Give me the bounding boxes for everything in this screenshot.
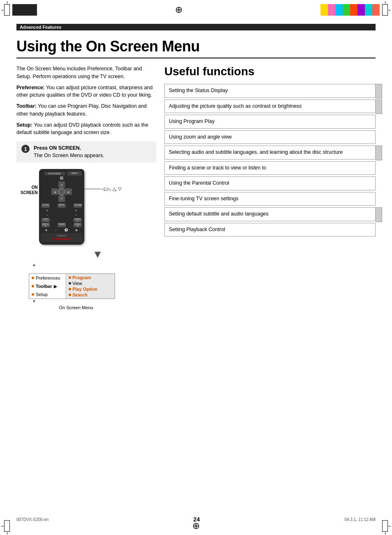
menu-row-preferences: Preferences Program View — [29, 274, 115, 282]
menu-label-setup: Setup — [36, 292, 48, 297]
down-arrow: ▼ — [39, 248, 156, 261]
color-calibration-bars — [321, 4, 380, 16]
btn-music[interactable]: ♪ — [55, 228, 56, 232]
menu-item-preferences[interactable]: Preferences — [32, 275, 63, 281]
menu-left-toolbar: Toolbar ▶ — [29, 282, 66, 290]
menu-item-toolbar[interactable]: Toolbar ▶ — [32, 283, 63, 290]
vol-minus-left[interactable]: − — [46, 213, 48, 217]
source-buttons: ■ ♪ ⚽ ▶ — [42, 228, 82, 232]
menu-diagram-wrapper: ▲ Preferences — [29, 262, 123, 310]
menu-button[interactable]: MENU — [67, 171, 82, 176]
side-tab-8 — [376, 207, 382, 222]
spacer — [58, 208, 66, 213]
menu-left-setup: Setup — [29, 290, 66, 299]
scroll-down-indicator: ▼ — [29, 299, 123, 303]
function-item-playback-control[interactable]: Setting Playback Control — [164, 223, 376, 237]
scroll-up-indicator: ▲ — [29, 262, 123, 267]
setup-para: Setup: You can adjust DVD playback contr… — [16, 121, 156, 137]
page-content: Advanced Features Using the On Screen Me… — [0, 20, 392, 327]
function-item-zoom-angle[interactable]: Using zoom and angle view — [164, 130, 376, 144]
bullet-preferences — [32, 277, 34, 279]
menu-right-col: Program View Play Option — [66, 274, 115, 299]
function-item-wrapper-2: Using Program Play — [164, 115, 376, 130]
btn-video1[interactable]: VIDEO 1 — [74, 218, 82, 222]
function-text-9: Setting Playback Control — [169, 227, 225, 232]
function-item-tv-settings[interactable]: Fine-tuning TV screen settings — [164, 192, 376, 206]
spacer2 — [58, 213, 66, 217]
side-tab-0 — [376, 84, 382, 99]
function-item-wrapper-9: Setting Playback Control — [164, 223, 376, 238]
btn-tv-vol[interactable]: TV VOL — [42, 204, 50, 208]
toolbar-para: Toolbar: You can use Program Play, Disc … — [16, 102, 156, 118]
function-text-8: Setting default subtitle and audio langu… — [169, 211, 269, 217]
bullet-view — [69, 282, 71, 285]
indicator-dot — [60, 176, 63, 180]
sub-item-program[interactable]: Program — [69, 275, 112, 280]
section-banner: Advanced Features — [16, 24, 376, 30]
btn-game[interactable]: ▶ — [76, 228, 78, 232]
main-layout: The On Screen Menu includes Preference, … — [16, 65, 376, 310]
function-text-4: Selecting audio and subtitle languages, … — [169, 149, 343, 155]
step-text: Press ON SCREEN. The On Screen Menu appe… — [34, 145, 104, 159]
vol-buttons: + + — [42, 208, 82, 213]
sub-item-playoption[interactable]: Play Option — [69, 286, 112, 292]
menu-table: Preferences Program View — [29, 274, 115, 299]
arrow-line — [84, 189, 101, 189]
function-text-2: Using Program Play — [169, 118, 214, 124]
btn-row-2: VCR VIDEO 1 — [42, 218, 82, 222]
top-marks: ⊕ — [0, 0, 392, 20]
function-item-program-play[interactable]: Using Program Play — [164, 115, 376, 129]
menu-label-preferences: Preferences — [36, 276, 60, 280]
bullet-playoption — [69, 288, 71, 290]
sub-label-playoption: Play Option — [72, 287, 97, 292]
menu-item-setup[interactable]: Setup — [32, 291, 63, 298]
sub-label-view: View — [72, 281, 82, 286]
function-text-6: Using the Parental Control — [169, 180, 229, 186]
function-item-default-subtitle[interactable]: Setting default subtitle and audio langu… — [164, 207, 376, 221]
step-instruction: Press ON SCREEN. — [34, 145, 81, 151]
btn-movie[interactable]: ■ — [45, 228, 47, 232]
menu-caption: On Screen Menu — [29, 305, 123, 310]
btn-sports[interactable]: ⚽ — [64, 228, 68, 232]
function-item-find-scene[interactable]: Finding a scene or track to view or list… — [164, 161, 376, 175]
step-box: 1 Press ON SCREEN. The On Screen Menu ap… — [16, 141, 156, 162]
intro-text: The On Screen Menu includes Preference, … — [16, 65, 156, 137]
bullet-search — [69, 294, 71, 296]
menu-label-toolbar: Toolbar — [36, 284, 52, 289]
right-column: Useful functions Setting the Status Disp… — [164, 65, 376, 310]
vol-plus-left[interactable]: + — [46, 208, 48, 213]
vol-minus-right[interactable]: − — [75, 213, 77, 217]
function-item-picture-quality[interactable]: Adjusting the picture quality such as co… — [164, 100, 376, 113]
toolbar-arrow: ▶ — [54, 284, 57, 289]
btn-tuner[interactable]: TUNER — [58, 223, 66, 227]
function-item-wrapper-1: Adjusting the picture quality such as co… — [164, 100, 376, 114]
step-number: 1 — [21, 145, 30, 153]
dpad-right[interactable]: ▶ — [65, 188, 72, 195]
opening-para: The On Screen Menu includes Preference, … — [16, 65, 156, 81]
on-screen-button[interactable]: ON SCREEN — [44, 172, 65, 175]
arrow-indicator-wrapper: ◁, ▷, △, ▽ — [84, 186, 122, 192]
function-item-audio-subtitle[interactable]: Selecting audio and subtitle languages, … — [164, 146, 376, 160]
dpad-center[interactable] — [58, 188, 66, 196]
btn-row-3: MD/CD-D TUNER VIDEO 6 — [42, 223, 82, 227]
btn-mute[interactable]: MUTE — [58, 204, 66, 208]
vol-plus-right[interactable]: + — [75, 208, 77, 213]
menu-diagram: Preferences Program View — [29, 273, 115, 299]
function-text-7: Fine-tuning TV screen settings — [169, 196, 238, 201]
btn-video6[interactable]: VIDEO 6 — [74, 223, 82, 227]
dpad-left[interactable]: ◀ — [51, 188, 58, 195]
sub-item-view[interactable]: View — [69, 280, 112, 286]
function-item-parental-control[interactable]: Using the Parental Control — [164, 176, 376, 190]
btn-row-1: TV VOL MUTE VOLUME — [42, 204, 82, 208]
cinema-area: CINEMA ♥ YAMAHA — [41, 233, 83, 242]
function-text-0: Setting the Status Display — [169, 88, 228, 93]
bullet-setup — [32, 293, 34, 296]
dpad-up[interactable]: ▲ — [58, 181, 65, 188]
sub-item-search[interactable]: Search — [69, 292, 112, 298]
dpad-down[interactable]: ▼ — [58, 195, 65, 202]
yamaha-logo: ♥ YAMAHA — [42, 237, 81, 241]
btn-vcr[interactable]: VCR — [42, 218, 50, 222]
btn-mdcd[interactable]: MD/CD-D — [42, 223, 50, 227]
function-item-status-display[interactable]: Setting the Status Display — [164, 84, 376, 98]
btn-volume[interactable]: VOLUME — [74, 204, 82, 208]
